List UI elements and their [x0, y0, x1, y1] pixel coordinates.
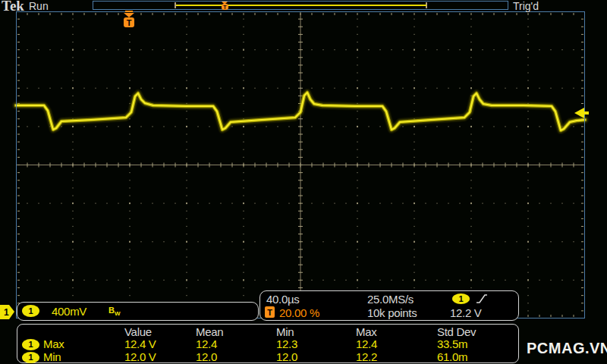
- trigger-slope-rising-icon: [476, 293, 488, 305]
- horizontal-trigger-readout-box: 40.0µs 25.0MS/s 1 T 20.00 % 10k points 1…: [259, 290, 519, 321]
- channel1-position-marker: 1: [0, 303, 17, 322]
- watermark: PCMAG.VN: [527, 340, 607, 357]
- trigger-status: Trig'd: [513, 0, 539, 12]
- meas-header-stddev: Std Dev: [437, 325, 476, 338]
- meas-header-value: Value: [124, 325, 152, 338]
- trigger-position-t-icon: T: [124, 17, 134, 27]
- tek-logo: Tek: [2, 0, 24, 14]
- meas-row-name: Max: [43, 337, 64, 350]
- trigger-source-badge: 1: [452, 293, 470, 304]
- record-length: 10k points: [367, 306, 417, 319]
- meas-row-min: 12.0: [276, 350, 297, 363]
- acquisition-state: Run: [29, 0, 49, 12]
- trigger-position-percent: 20.00 %: [279, 306, 319, 319]
- record-trigger-t-icon: T: [222, 4, 228, 10]
- sample-rate: 25.0MS/s: [367, 293, 414, 306]
- time-per-div: 40.0µs: [266, 293, 300, 306]
- meas-row-stddev: 61.0m: [437, 350, 467, 363]
- meas-row-stddev: 33.5m: [437, 337, 467, 350]
- svg-text:1: 1: [4, 307, 9, 318]
- trigger-level: 12.2 V: [450, 306, 482, 319]
- meas-row-channel-badge: 1: [22, 339, 39, 350]
- bandwidth-limit-icon: BW: [109, 306, 121, 317]
- meas-row-channel-badge: 1: [22, 352, 39, 363]
- record-view-bar: T: [93, 1, 508, 10]
- meas-row-min: 12.3: [276, 337, 297, 350]
- meas-row-mean: 12.4: [196, 337, 217, 350]
- meas-row-max: 12.2: [356, 350, 377, 363]
- meas-header-max: Max: [356, 325, 376, 338]
- trigger-position-t-badge: T: [265, 306, 275, 318]
- meas-header-mean: Mean: [196, 325, 223, 338]
- meas-row-name: Min: [43, 350, 61, 363]
- record-window-span: [176, 5, 426, 6]
- oscilloscope-screen: Tek Run T Trig'd T 1 1 400mV BW 40.0µs 2…: [0, 0, 607, 364]
- meas-row-max: 12.4: [356, 337, 377, 350]
- graticule-border: [16, 11, 585, 318]
- measurement-table: Value Mean Min Max Std Dev 1 Max 12.4 V …: [17, 324, 519, 363]
- trigger-position-tick: [125, 11, 133, 12]
- channel-scale: 400mV: [52, 305, 86, 318]
- meas-header-min: Min: [276, 325, 294, 338]
- meas-row-value: 12.4 V: [124, 337, 156, 350]
- channel-number-badge: 1: [22, 305, 39, 317]
- trigger-level-arrow-icon: [573, 106, 591, 120]
- meas-row-mean: 12.0: [196, 350, 217, 363]
- channel-readout-box: 1 400mV BW: [17, 302, 259, 321]
- meas-row-value: 12.0 V: [124, 350, 156, 363]
